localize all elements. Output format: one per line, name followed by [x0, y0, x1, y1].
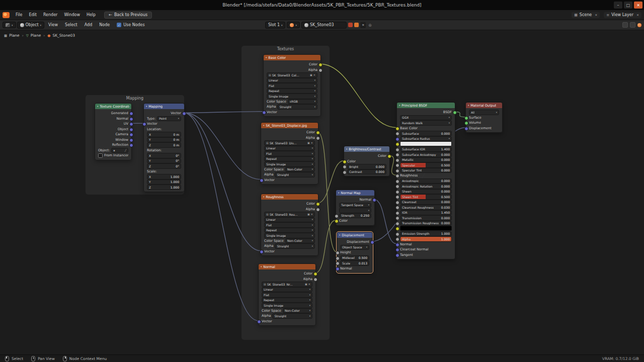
- checkbox[interactable]: [98, 153, 103, 158]
- number-x[interactable]: X0 m: [147, 132, 181, 137]
- menu-edit[interactable]: Edit: [26, 12, 40, 18]
- color-socket[interactable]: [395, 227, 399, 231]
- dropdown-repeat[interactable]: Repeat▾: [267, 88, 317, 94]
- node-header[interactable]: ▾SK_Stone03_Displace.jpg: [261, 123, 318, 128]
- dropdown-subsurface-radius[interactable]: Subsurface Radius▾: [400, 136, 452, 142]
- shader-socket[interactable]: [464, 116, 468, 120]
- node-material-output[interactable]: ▾Material OutputAll▾SurfaceVolumeDisplac…: [465, 102, 503, 133]
- color-socket[interactable]: [316, 202, 320, 206]
- vector-socket[interactable]: [182, 112, 186, 116]
- slider-transmission[interactable]: Transmission0.000: [400, 215, 452, 221]
- slider-contrast[interactable]: Contrast0.000: [347, 169, 386, 175]
- node-displacement[interactable]: ▾DisplacementDisplacementObject Space▾He…: [337, 232, 373, 273]
- node-base-color[interactable]: ▾Base ColorColorAlpha▤SK_Stone03_Col...▣…: [263, 54, 321, 117]
- dropdown-row[interactable]: ▾: [339, 208, 371, 213]
- slider-sheen-tint[interactable]: Sheen Tint0.500: [400, 194, 452, 200]
- number-y[interactable]: Y1.000: [147, 179, 181, 185]
- slider-anisotropic[interactable]: Anisotropic0.000: [400, 178, 452, 184]
- node-header[interactable]: ▾Normal Map: [336, 190, 374, 196]
- duplicate-icon[interactable]: ▣: [305, 283, 307, 286]
- vector-socket[interactable]: [395, 248, 399, 252]
- number-z[interactable]: Z1.000: [147, 185, 181, 190]
- color-socket[interactable]: [395, 127, 399, 131]
- material-preview-icon[interactable]: [637, 23, 641, 27]
- new-material-icon[interactable]: [354, 23, 359, 27]
- menu-add[interactable]: Add: [82, 22, 96, 28]
- value-socket[interactable]: [395, 169, 399, 173]
- menu-node[interactable]: Node: [96, 22, 113, 28]
- value-socket[interactable]: [395, 163, 399, 167]
- shader-mode-dropdown[interactable]: Object ▾: [17, 22, 45, 29]
- menu-file[interactable]: File: [13, 12, 25, 18]
- slider-clearcoat-roughness[interactable]: Clearcoat Roughness0.030: [400, 205, 452, 210]
- dropdown-linear[interactable]: Linear▾: [267, 78, 317, 83]
- value-socket[interactable]: [395, 153, 399, 157]
- menu-window[interactable]: Window: [61, 12, 83, 18]
- fake-user-icon[interactable]: [348, 23, 353, 27]
- number-z[interactable]: Z0°: [147, 163, 181, 169]
- close-button[interactable]: ✕: [634, 2, 642, 9]
- value-socket[interactable]: [318, 68, 323, 72]
- dropdown-flat[interactable]: Flat▾: [262, 292, 312, 298]
- number-x[interactable]: X1.000: [147, 174, 181, 179]
- shader-socket[interactable]: [464, 121, 468, 125]
- vector-socket[interactable]: [372, 198, 376, 202]
- color-socket[interactable]: [313, 272, 317, 276]
- dropdown-linear[interactable]: Linear▾: [262, 287, 312, 293]
- slider-sheen[interactable]: Sheen0.000: [400, 189, 452, 195]
- value-socket[interactable]: [336, 261, 340, 265]
- value-socket[interactable]: [395, 185, 399, 189]
- dropdown-repeat[interactable]: Repeat▾: [262, 298, 312, 303]
- unlink-material-icon[interactable]: ✕: [360, 22, 366, 28]
- dropdown-alpha[interactable]: Straight▾: [275, 243, 315, 249]
- dropdown-flat[interactable]: Flat▾: [264, 151, 315, 156]
- vector-socket[interactable]: [257, 320, 261, 324]
- node-header[interactable]: ▾Mapping: [144, 104, 184, 109]
- color-swatch-emission[interactable]: [400, 226, 452, 231]
- value-socket[interactable]: [395, 190, 399, 194]
- image-datablock[interactable]: ▤SK_Stone03_Rou...▣✕: [264, 212, 315, 217]
- shader-socket[interactable]: [453, 111, 457, 115]
- dropdown-flat[interactable]: Flat▾: [264, 222, 315, 228]
- dropdown-alpha[interactable]: Straight▾: [272, 313, 312, 319]
- dropdown-color-space[interactable]: Non-Color▾: [283, 308, 312, 314]
- value-socket[interactable]: [316, 208, 320, 212]
- slider-specular[interactable]: Specular0.500: [400, 162, 452, 168]
- node-principled-bsdf[interactable]: ▾Principled BSDFBSDFGGX▾Random Walk▾Base…: [396, 102, 455, 259]
- slider-anisotropic-rotation[interactable]: Anisotropic Rotation0.000: [400, 184, 452, 189]
- vector-socket[interactable]: [262, 111, 266, 115]
- node-normal-texture[interactable]: ▾NormalColorAlpha▤SK_Stone03_Nr...▣✕Line…: [258, 263, 316, 326]
- dropdown-type[interactable]: Point▾: [157, 116, 181, 122]
- value-socket[interactable]: [395, 206, 399, 210]
- vector-socket[interactable]: [395, 253, 399, 257]
- dropdown-color-space[interactable]: Non-Color▾: [285, 238, 315, 244]
- number-y[interactable]: Y0°: [147, 158, 181, 164]
- dropdown-alpha[interactable]: Straight▾: [277, 104, 317, 110]
- dropdown-tangent-space[interactable]: Tangent Space▾: [339, 203, 371, 208]
- menu-view[interactable]: View: [45, 22, 61, 28]
- node-header[interactable]: ▾Displacement: [337, 232, 372, 238]
- image-datablock[interactable]: ▤SK_Stone03_Col...▣✕: [267, 72, 317, 78]
- number-z[interactable]: Z0 m: [147, 142, 181, 148]
- number-y[interactable]: Y0 m: [147, 137, 181, 143]
- dropdown-color-space[interactable]: Non-Color▾: [285, 167, 315, 172]
- value-socket[interactable]: [395, 195, 399, 199]
- browse-material-button[interactable]: ▾: [287, 22, 300, 28]
- collapse-icon[interactable]: ▾: [339, 234, 340, 236]
- dropdown-repeat[interactable]: Repeat▾: [264, 228, 315, 233]
- minimize-button[interactable]: –: [614, 2, 622, 9]
- dropdown-random-walk[interactable]: Random Walk▾: [400, 120, 452, 126]
- duplicate-icon[interactable]: ▣: [307, 141, 310, 144]
- object-field[interactable]: ▪╱: [111, 148, 128, 153]
- value-socket[interactable]: [343, 170, 347, 174]
- use-nodes-checkbox[interactable]: ✓ Use Nodes: [117, 23, 145, 27]
- menu-render[interactable]: Render: [40, 12, 60, 18]
- collapse-icon[interactable]: ▾: [468, 104, 469, 107]
- remove-view-layer-icon[interactable]: ✕: [635, 13, 639, 17]
- snapping-icon[interactable]: [622, 22, 628, 28]
- restore-button[interactable]: □: [624, 2, 632, 9]
- collapse-icon[interactable]: ▾: [399, 104, 400, 107]
- slider-subsurface-ior[interactable]: Subsurface IOR1.400: [400, 147, 452, 152]
- node-brightness-contrast[interactable]: ▾Brightness/ContrastColorColorBright0.00…: [344, 146, 390, 176]
- slider-scale[interactable]: Scale0.013: [340, 260, 369, 266]
